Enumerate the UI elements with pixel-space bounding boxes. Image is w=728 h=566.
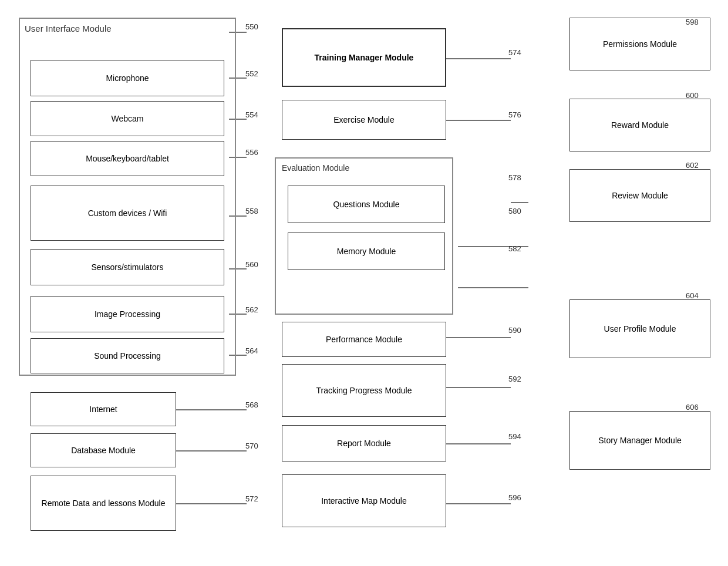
questions-module-box: Questions Module — [288, 186, 445, 223]
questions-module-label: Questions Module — [333, 199, 400, 210]
label-568: 568 — [245, 400, 258, 409]
architecture-diagram: User Interface Module Microphone Webcam … — [0, 0, 728, 566]
label-574: 574 — [508, 48, 521, 57]
label-582: 582 — [508, 244, 521, 253]
interactive-map-box: Interactive Map Module — [282, 474, 446, 527]
label-590: 590 — [508, 326, 521, 335]
memory-module-box: Memory Module — [288, 233, 445, 270]
performance-module-box: Performance Module — [282, 322, 446, 357]
report-module-label: Report Module — [337, 438, 391, 449]
sensors-label: Sensors/stimulators — [92, 262, 164, 272]
label-558: 558 — [245, 207, 258, 215]
label-570: 570 — [245, 442, 258, 450]
sensors-box: Sensors/stimulators — [31, 249, 224, 285]
webcam-label: Webcam — [112, 113, 144, 124]
review-module-box: Review Module — [569, 169, 710, 222]
exercise-module-label: Exercise Module — [333, 114, 395, 125]
user-interface-outer-label: User Interface Module — [25, 23, 112, 33]
sound-processing-box: Sound Processing — [31, 338, 224, 373]
label-604: 604 — [686, 291, 699, 300]
label-550: 550 — [245, 22, 258, 31]
label-602: 602 — [686, 161, 699, 170]
reward-module-box: Reward Module — [569, 99, 710, 151]
memory-module-label: Memory Module — [337, 246, 396, 257]
label-598: 598 — [686, 18, 699, 26]
microphone-box: Microphone — [31, 60, 224, 96]
label-564: 564 — [245, 346, 258, 355]
label-592: 592 — [508, 375, 521, 383]
label-578: 578 — [508, 173, 521, 182]
label-562: 562 — [245, 305, 258, 314]
sound-processing-label: Sound Processing — [94, 351, 161, 361]
webcam-box: Webcam — [31, 101, 224, 136]
label-594: 594 — [508, 432, 521, 441]
image-processing-box: Image Processing — [31, 296, 224, 332]
performance-module-label: Performance Module — [326, 334, 402, 345]
user-profile-label: User Profile Module — [604, 324, 676, 334]
story-manager-label: Story Manager Module — [598, 435, 682, 446]
remote-data-label: Remote Data and lessons Module — [42, 498, 166, 508]
remote-data-box: Remote Data and lessons Module — [31, 476, 176, 531]
database-module-box: Database Module — [31, 433, 176, 467]
label-576: 576 — [508, 110, 521, 119]
custom-devices-label: Custom devices / Wifi — [88, 208, 167, 218]
mouse-keyboard-box: Mouse/keyboard/tablet — [31, 141, 224, 176]
reward-module-label: Reward Module — [611, 120, 669, 130]
user-profile-box: User Profile Module — [569, 299, 710, 358]
review-module-label: Review Module — [612, 190, 668, 201]
label-572: 572 — [245, 494, 258, 503]
label-556: 556 — [245, 148, 258, 157]
internet-label: Internet — [89, 404, 117, 415]
training-manager-label: Training Manager Module — [315, 52, 414, 63]
report-module-box: Report Module — [282, 425, 446, 461]
database-module-label: Database Module — [71, 445, 136, 456]
mouse-keyboard-label: Mouse/keyboard/tablet — [86, 153, 169, 164]
evaluation-module-label-text: Evaluation Module — [282, 163, 349, 173]
label-596: 596 — [508, 493, 521, 502]
custom-devices-box: Custom devices / Wifi — [31, 186, 224, 241]
interactive-map-label: Interactive Map Module — [321, 496, 407, 506]
tracking-progress-label: Tracking Progress Module — [316, 385, 412, 396]
label-552: 552 — [245, 69, 258, 78]
permissions-module-label: Permissions Module — [603, 39, 677, 49]
microphone-label: Microphone — [106, 73, 149, 83]
training-manager-box: Training Manager Module — [282, 28, 446, 87]
exercise-module-box: Exercise Module — [282, 100, 446, 140]
label-606: 606 — [686, 403, 699, 412]
internet-box: Internet — [31, 392, 176, 426]
label-554: 554 — [245, 110, 258, 119]
label-580: 580 — [508, 207, 521, 215]
label-560: 560 — [245, 260, 258, 269]
label-600: 600 — [686, 91, 699, 100]
story-manager-box: Story Manager Module — [569, 411, 710, 470]
tracking-progress-box: Tracking Progress Module — [282, 364, 446, 417]
image-processing-label: Image Processing — [95, 309, 160, 319]
